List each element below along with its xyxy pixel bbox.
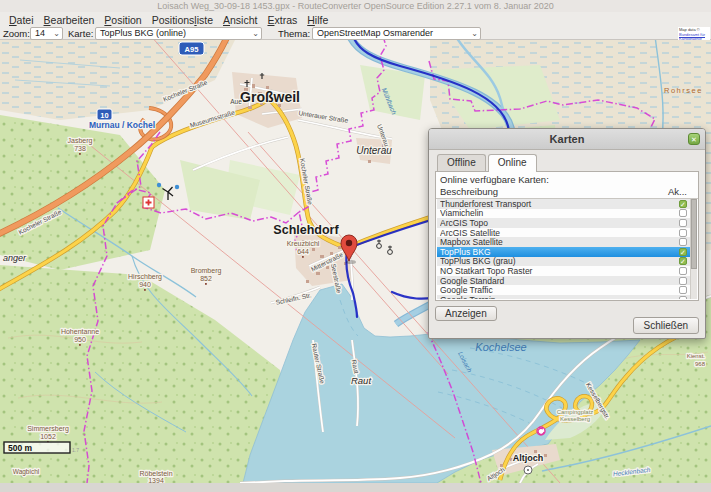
map-row-checkbox[interactable] [679, 277, 687, 285]
map-row[interactable]: Google Terrain [437, 295, 690, 299]
camping-icon [537, 427, 545, 435]
maps-list: Thunderforest Transport✓ Viamichelin Arc… [437, 199, 690, 299]
column-description[interactable]: Beschreibung [440, 186, 668, 197]
map-row-checkbox[interactable] [679, 229, 687, 237]
maps-dialog-tabs: Offline Online [437, 154, 539, 172]
peak-elev: 968 [695, 361, 706, 367]
menu-bearbeiten[interactable]: Bearbeiten [39, 14, 100, 26]
map-row[interactable]: Viamichelin [437, 209, 690, 219]
maps-table-header: Beschreibung Ak... [436, 186, 698, 199]
peak-elev: 738 [74, 145, 86, 152]
scale-bar-label: 500 m [8, 443, 33, 453]
map-toolbar: Zoom: 14⌄ Karte: TopPlus BKG (online)⌄ T… [0, 27, 711, 40]
tab-offline[interactable]: Offline [437, 154, 486, 172]
close-button[interactable]: Schließen [633, 317, 699, 334]
poi-dot-icon [157, 183, 161, 187]
map-row-checkbox[interactable] [679, 219, 687, 227]
map-row[interactable]: TopPlus BKG (grau)✓ [437, 257, 690, 267]
water-label-rohrsee: Rohrsee [664, 86, 703, 95]
tab-online[interactable]: Online [488, 154, 537, 172]
map-row[interactable]: Mapbox Satellite [437, 237, 690, 247]
first-aid-icon [143, 197, 154, 208]
peak-label: Kienst. [687, 353, 706, 359]
window-bottom-edge [0, 483, 711, 492]
map-row-label: Google Standard [440, 276, 679, 286]
theme-select[interactable]: OpenStreetMap Osmarender⌄ [312, 27, 481, 40]
exit-shield-label: 10 [100, 111, 108, 120]
peak-label: Kreuzbichl [287, 240, 320, 247]
peak-label: Röbelstein [139, 470, 172, 477]
map-row-checkbox[interactable] [679, 238, 687, 246]
street-label: Aue [230, 98, 242, 105]
map-row-checkbox[interactable]: ✓ [679, 257, 687, 265]
window-title: Loisach Weg_30-09-18 1453.gpx - RouteCon… [0, 0, 711, 12]
close-icon[interactable]: ✕ [688, 133, 700, 145]
menu-datei[interactable]: Datei [4, 14, 39, 26]
map-row[interactable]: NO Statkart Topo Raster [437, 266, 690, 276]
map-select-label: Karte: [68, 28, 93, 39]
chevron-down-icon: ⌄ [471, 28, 478, 39]
map-select[interactable]: TopPlus BKG (online)⌄ [95, 27, 262, 40]
place-label-unterau: Unterau [356, 145, 392, 156]
menu-ansicht[interactable]: Ansicht [218, 14, 262, 26]
map-row-checkbox[interactable] [679, 286, 687, 294]
town-label-grossweil: Großweil [240, 89, 300, 105]
motorway-shield-label: A95 [185, 45, 199, 54]
menu-positionsliste[interactable]: Positionsliste [147, 14, 218, 26]
map-row-label: Mapbox Satellite [440, 237, 679, 247]
poi-dot-icon [175, 185, 179, 189]
map-row-selected[interactable]: TopPlus BKG✓ [437, 247, 690, 257]
maps-dialog-title: Karten [429, 129, 705, 150]
peak-elev: 1052 [40, 433, 56, 440]
map-row-label: ArcGIS Topo [440, 218, 679, 228]
town-label-schlehdorf: Schlehdorf [273, 223, 339, 237]
map-row[interactable]: Thunderforest Transport✓ [437, 199, 690, 209]
camp-label: Campingplatz [557, 409, 594, 415]
map-row-checkbox[interactable] [679, 296, 687, 299]
exit-label: Murnau / Kochel [89, 120, 155, 130]
peak-label: Jasberg [68, 137, 93, 145]
map-row-label: Thunderforest Transport [440, 199, 679, 209]
menu-bar: Datei Bearbeiten Position Positionsliste… [0, 12, 711, 27]
peak-elev: 950 [74, 336, 86, 343]
scale-bar: 500 m 1.7 [4, 442, 79, 453]
place-label-anger: anger [3, 253, 27, 263]
map-row-label: Viamichelin [440, 208, 679, 218]
show-button[interactable]: Anzeigen [435, 306, 497, 321]
info-icon [524, 466, 532, 474]
peak-label: Hohentanne [61, 328, 99, 335]
map-row-checkbox[interactable] [679, 209, 687, 217]
menu-position[interactable]: Position [99, 14, 146, 26]
menu-hilfe[interactable]: Hilfe [302, 14, 333, 26]
zoom-label: Zoom: [3, 28, 30, 39]
map-attribution: Map data © Bundesamt für Kartographie un… [678, 27, 710, 40]
map-row[interactable]: ArcGIS Satellite [437, 228, 690, 238]
place-label-altjoch: Altjoch [513, 453, 544, 463]
menu-extras[interactable]: Extras [262, 14, 302, 26]
chevron-down-icon: ⌄ [252, 28, 259, 39]
chevron-down-icon: ⌄ [53, 28, 60, 39]
water-label-kochelsee: Kochelsee [475, 341, 526, 353]
map-row-label: TopPlus BKG (grau) [440, 256, 679, 266]
map-row-checkbox[interactable]: ✓ [679, 248, 687, 256]
peak-label: Simmersberg [27, 425, 69, 433]
map-row-checkbox[interactable] [679, 267, 687, 275]
map-row[interactable]: ArcGIS Topo [437, 218, 690, 228]
map-row-label: Google Terrain [440, 295, 679, 299]
peak-label: Wagbichl [13, 468, 40, 476]
column-active[interactable]: Ak... [668, 186, 694, 197]
maps-list-scrollbar[interactable] [690, 199, 697, 299]
map-row[interactable]: Google Traffic [437, 285, 690, 295]
map-row[interactable]: Google Standard [437, 276, 690, 286]
place-label-raut: Raut [351, 375, 371, 386]
camp-label: Kesselberg [560, 416, 590, 422]
map-row-checkbox[interactable]: ✓ [679, 200, 687, 208]
zoom-select[interactable]: 14⌄ [30, 27, 63, 40]
map-row-label: TopPlus BKG [440, 247, 679, 257]
peak-label: Hirschberg [128, 273, 162, 281]
peak-elev: 940 [139, 281, 151, 288]
map-row-label: Google Traffic [440, 285, 679, 295]
scrollbar-thumb[interactable] [691, 199, 697, 269]
map-row-label: NO Statkart Topo Raster [440, 266, 679, 276]
online-maps-label: Online verfügbare Karten: [436, 172, 698, 186]
